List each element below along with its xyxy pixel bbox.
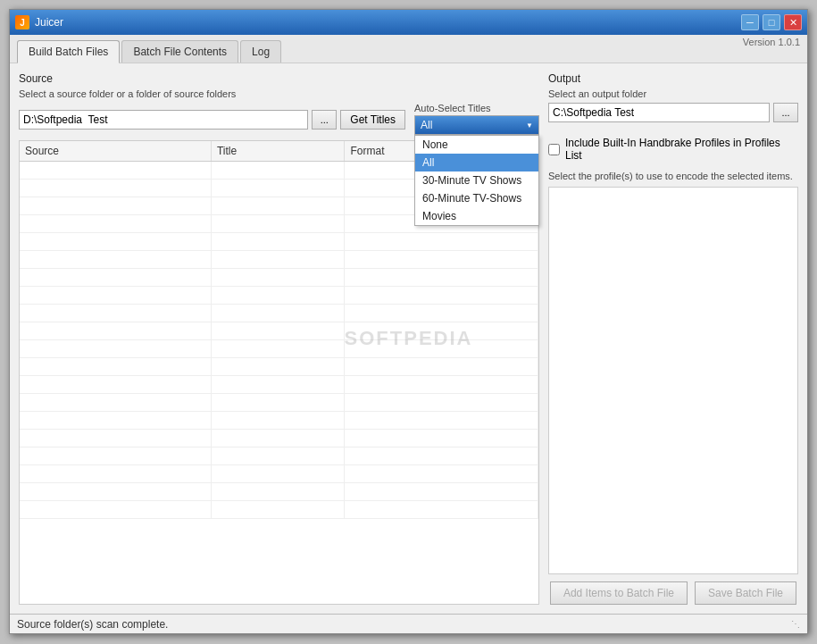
- table-row: [20, 393, 538, 411]
- table-row: [20, 268, 538, 286]
- tab-build-batch[interactable]: Build Batch Files: [17, 40, 120, 63]
- auto-select-dropdown-menu: None All 30-Minute TV Shows 60-Minute TV…: [414, 135, 539, 226]
- table-row: [20, 286, 538, 304]
- table-row: [20, 447, 538, 464]
- source-section-label: Source: [19, 72, 539, 85]
- output-input-row: ...: [548, 103, 798, 122]
- table-row: [20, 482, 538, 500]
- table-row: [20, 250, 538, 268]
- auto-select-label: Auto-Select Titles: [414, 103, 539, 113]
- dropdown-item-none[interactable]: None: [415, 136, 538, 154]
- output-browse-button[interactable]: ...: [773, 103, 798, 122]
- col-source: Source: [20, 141, 211, 161]
- dropdown-item-60min-tv[interactable]: 60-Minute TV-Shows: [415, 189, 538, 207]
- handbrake-profiles-label: Include Built-In Handbrake Profiles in P…: [565, 137, 798, 162]
- left-panel: Source Select a source folder or a folde…: [19, 72, 539, 605]
- right-panel: Output Select an output folder ... Inclu…: [548, 72, 798, 605]
- save-batch-button[interactable]: Save Batch File: [695, 581, 796, 605]
- tab-batch-contents[interactable]: Batch File Contents: [121, 40, 238, 63]
- col-title: Title: [211, 141, 345, 161]
- main-content: Source Select a source folder or a folde…: [10, 63, 807, 614]
- source-input-row: ... Get Titles: [19, 110, 405, 130]
- two-columns: Source Select a source folder or a folde…: [19, 72, 798, 605]
- table-row: [20, 357, 538, 375]
- window-title: Juicer: [35, 16, 63, 29]
- get-titles-button[interactable]: Get Titles: [340, 110, 405, 130]
- handbrake-profiles-checkbox[interactable]: [548, 144, 560, 155]
- close-button[interactable]: ✕: [784, 14, 802, 30]
- output-path-input[interactable]: [548, 103, 770, 122]
- app-icon: J: [15, 15, 29, 29]
- version-label: Version 1.0.1: [743, 37, 800, 47]
- dropdown-arrow-icon: ▼: [526, 121, 533, 130]
- table-row: [20, 322, 538, 339]
- status-bar: Source folder(s) scan complete. ⋱: [10, 614, 807, 633]
- source-sub-label: Select a source folder or a folder of so…: [19, 88, 539, 99]
- table-row: [20, 375, 538, 393]
- source-browse-button[interactable]: ...: [312, 110, 337, 130]
- source-path-input[interactable]: [19, 110, 308, 130]
- bottom-buttons: Add Items to Batch File Save Batch File: [548, 581, 798, 605]
- table-row: [20, 500, 538, 518]
- profiles-list: [548, 187, 798, 574]
- dropdown-item-all[interactable]: All: [415, 154, 538, 171]
- output-section-label: Output: [548, 72, 798, 85]
- title-bar-controls: ─ □ ✕: [741, 14, 802, 30]
- table-row: [20, 429, 538, 447]
- tabs-bar: Build Batch Files Batch File Contents Lo…: [10, 35, 807, 63]
- handbrake-profiles-row: Include Built-In Handbrake Profiles in P…: [548, 137, 798, 162]
- auto-select-dropdown-wrapper: All ▼ None All 30-Minute TV Shows 60-Min…: [414, 115, 539, 135]
- profiles-instruction-label: Select the profile(s) to use to encode t…: [548, 171, 798, 181]
- auto-select-dropdown[interactable]: All ▼: [414, 115, 539, 135]
- status-text: Source folder(s) scan complete.: [17, 618, 168, 631]
- minimize-button[interactable]: ─: [741, 14, 759, 30]
- maximize-button[interactable]: □: [763, 14, 780, 30]
- table-row: [20, 411, 538, 429]
- title-bar: J Juicer ─ □ ✕: [10, 10, 807, 35]
- dropdown-selected-value: All: [421, 119, 432, 131]
- table-row: [20, 304, 538, 322]
- table-row: [20, 464, 538, 482]
- status-grip-icon: ⋱: [791, 619, 800, 629]
- add-items-button[interactable]: Add Items to Batch File: [550, 581, 688, 605]
- table-row: [20, 232, 538, 250]
- main-window: J Juicer ─ □ ✕ Build Batch Files Batch F…: [9, 9, 808, 634]
- output-sub-label: Select an output folder: [548, 88, 798, 99]
- table-row: [20, 339, 538, 357]
- auto-select-group: Auto-Select Titles All ▼ None All 30-Min…: [414, 103, 539, 135]
- dropdown-item-movies[interactable]: Movies: [415, 207, 538, 225]
- dropdown-item-30min-tv[interactable]: 30-Minute TV Shows: [415, 171, 538, 189]
- tab-log[interactable]: Log: [240, 40, 281, 63]
